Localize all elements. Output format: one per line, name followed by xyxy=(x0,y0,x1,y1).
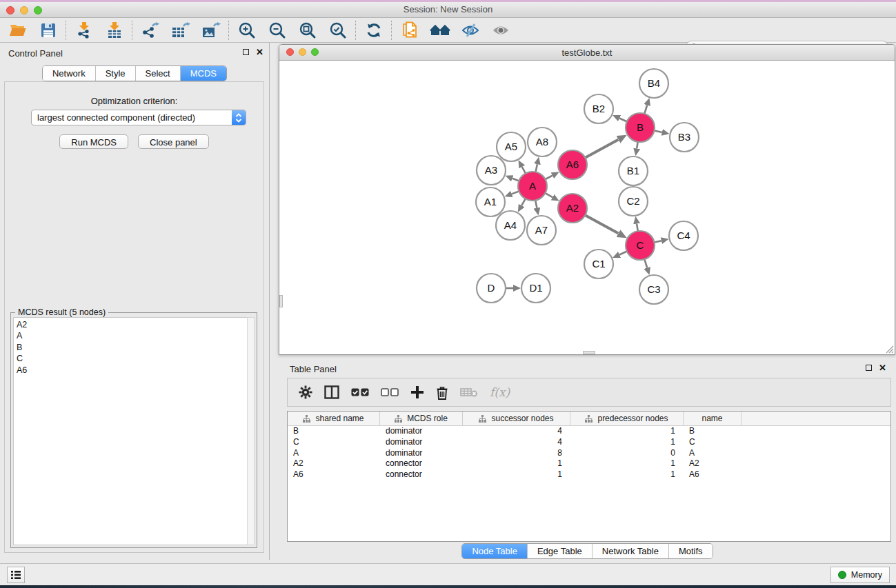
task-history-button[interactable] xyxy=(7,567,25,583)
delete-column-icon[interactable] xyxy=(436,385,448,400)
node-C3[interactable]: C3 xyxy=(639,275,668,304)
network-graph[interactable]: B4B2BB3A5A8A6B1A3AC2A1A2A4A7C4CC1C3DD1 xyxy=(279,61,895,354)
cell-shared-name[interactable]: A6 xyxy=(288,469,380,480)
node-B2[interactable]: B2 xyxy=(584,94,613,123)
edge-A2-C[interactable] xyxy=(584,214,619,233)
column-header-shared-name[interactable]: shared name xyxy=(288,412,380,425)
column-header-name[interactable]: name xyxy=(684,412,741,425)
cell-name[interactable]: B xyxy=(684,426,741,437)
result-item[interactable]: A2 xyxy=(17,319,248,330)
cell-MCDS-role[interactable]: connector xyxy=(380,458,463,469)
cell-successor-nodes[interactable]: 8 xyxy=(463,448,570,459)
node-A4[interactable]: A4 xyxy=(496,211,525,240)
close-panel-icon[interactable]: ✕ xyxy=(256,49,263,55)
node-B4[interactable]: B4 xyxy=(639,69,668,98)
run-mcds-button[interactable]: Run MCDS xyxy=(59,134,128,149)
tab-mcds[interactable]: MCDS xyxy=(181,66,226,81)
node-A1[interactable]: A1 xyxy=(476,187,505,216)
result-item[interactable]: A xyxy=(17,330,248,341)
new-network-icon[interactable] xyxy=(395,19,425,41)
network-canvas[interactable]: B4B2BB3A5A8A6B1A3AC2A1A2A4A7C4CC1C3DD1 xyxy=(279,61,895,354)
cell-predecessor-nodes[interactable]: 1 xyxy=(570,426,684,437)
zoom-fit-icon[interactable] xyxy=(292,19,323,41)
refresh-layout-icon[interactable] xyxy=(359,19,389,41)
import-table-icon[interactable] xyxy=(99,19,130,41)
resize-grip-icon[interactable] xyxy=(884,344,894,354)
node-A6[interactable]: A6 xyxy=(558,150,587,179)
export-network-icon[interactable] xyxy=(135,19,166,41)
cell-successor-nodes[interactable]: 4 xyxy=(463,437,570,448)
float-table-panel-icon[interactable] xyxy=(866,365,872,371)
node-C1[interactable]: C1 xyxy=(584,250,613,278)
tab-select[interactable]: Select xyxy=(136,66,181,81)
delete-table-icon[interactable] xyxy=(460,387,478,398)
cell-shared-name[interactable]: A xyxy=(288,448,380,459)
canvas-bottom-handle[interactable] xyxy=(583,351,595,354)
tab-network-table[interactable]: Network Table xyxy=(593,544,669,558)
node-C2[interactable]: C2 xyxy=(619,187,648,216)
node-A8[interactable]: A8 xyxy=(528,128,557,156)
table-row[interactable]: Cdominator41C xyxy=(288,437,890,448)
table-row[interactable]: A2connector11A2 xyxy=(288,458,890,469)
network-window-titlebar[interactable]: testGlobe.txt xyxy=(279,45,895,61)
select-all-columns-icon[interactable] xyxy=(351,387,369,397)
node-B3[interactable]: B3 xyxy=(670,123,699,152)
cell-successor-nodes[interactable]: 1 xyxy=(463,458,570,469)
gear-icon[interactable] xyxy=(299,385,312,399)
cell-shared-name[interactable]: B xyxy=(288,426,380,437)
hide-selected-icon[interactable] xyxy=(455,19,486,41)
cell-successor-nodes[interactable]: 4 xyxy=(463,426,570,437)
cell-name[interactable]: A2 xyxy=(684,458,741,469)
column-header-MCDS-role[interactable]: MCDS role xyxy=(380,412,463,425)
edge-A6-B[interactable] xyxy=(584,139,619,158)
cell-predecessor-nodes[interactable]: 1 xyxy=(570,458,684,469)
add-column-icon[interactable] xyxy=(410,385,424,399)
node-table[interactable]: shared nameMCDS rolesuccessor nodesprede… xyxy=(287,411,891,542)
node-B[interactable]: B xyxy=(626,113,655,142)
cell-MCDS-role[interactable]: dominator xyxy=(380,437,463,448)
save-session-icon[interactable] xyxy=(33,19,63,41)
cell-predecessor-nodes[interactable]: 0 xyxy=(570,448,684,459)
node-A2[interactable]: A2 xyxy=(558,194,587,223)
cell-MCDS-role[interactable]: dominator xyxy=(380,426,463,437)
result-item[interactable]: C xyxy=(17,353,248,364)
result-scrollbar[interactable] xyxy=(247,317,255,545)
cell-predecessor-nodes[interactable]: 1 xyxy=(570,469,684,480)
import-network-icon[interactable] xyxy=(69,19,99,41)
cell-predecessor-nodes[interactable]: 1 xyxy=(570,437,684,448)
show-hidden-icon[interactable] xyxy=(486,19,516,41)
split-column-icon[interactable] xyxy=(324,385,339,399)
tab-network[interactable]: Network xyxy=(43,66,96,81)
cell-name[interactable]: C xyxy=(684,437,741,448)
result-item[interactable]: A6 xyxy=(17,365,248,376)
node-D[interactable]: D xyxy=(477,274,506,303)
memory-button[interactable]: Memory xyxy=(830,567,890,583)
node-C[interactable]: C xyxy=(626,231,655,260)
node-A5[interactable]: A5 xyxy=(497,132,526,161)
export-table-icon[interactable] xyxy=(166,19,196,41)
zoom-out-icon[interactable] xyxy=(262,19,292,41)
node-B1[interactable]: B1 xyxy=(619,156,648,185)
zoom-in-icon[interactable] xyxy=(232,19,262,41)
result-item[interactable]: B xyxy=(17,342,248,353)
zoom-selected-icon[interactable] xyxy=(323,19,353,41)
cell-successor-nodes[interactable]: 1 xyxy=(463,469,570,480)
node-D1[interactable]: D1 xyxy=(521,274,550,303)
table-row[interactable]: A6connector11A6 xyxy=(288,469,890,480)
cell-MCDS-role[interactable]: connector xyxy=(380,469,463,480)
unselect-all-columns-icon[interactable] xyxy=(381,387,399,397)
tab-edge-table[interactable]: Edge Table xyxy=(528,544,593,558)
float-panel-icon[interactable] xyxy=(243,49,249,55)
table-row[interactable]: Bdominator41B xyxy=(288,426,890,437)
table-row[interactable]: Adominator80A xyxy=(288,448,890,459)
column-header-predecessor-nodes[interactable]: predecessor nodes xyxy=(570,412,684,425)
cell-shared-name[interactable]: A2 xyxy=(288,458,380,469)
node-A[interactable]: A xyxy=(518,172,547,201)
node-A7[interactable]: A7 xyxy=(527,216,556,245)
node-C4[interactable]: C4 xyxy=(669,221,698,250)
canvas-left-handle[interactable] xyxy=(279,295,283,307)
tab-node-table[interactable]: Node Table xyxy=(462,544,528,558)
show-all-icon[interactable] xyxy=(425,19,455,41)
tab-style[interactable]: Style xyxy=(96,66,136,81)
cell-name[interactable]: A6 xyxy=(684,469,741,480)
